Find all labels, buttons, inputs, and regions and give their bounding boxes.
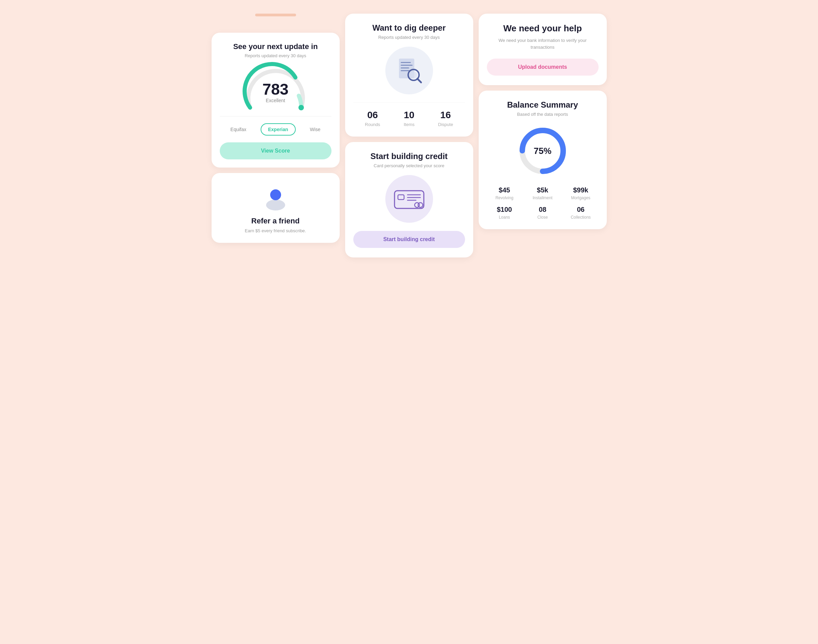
donut-percent: 75% <box>534 146 551 156</box>
bureau-tab-wise[interactable]: Wise <box>302 123 328 135</box>
balance-mortgages-label: Mortgages <box>563 195 599 200</box>
score-card: See your next update in Reports updated … <box>212 33 340 167</box>
svg-rect-4 <box>401 62 411 63</box>
balance-close-amount: 08 <box>525 206 560 213</box>
balance-close: 08 Close <box>525 206 560 220</box>
build-credit-card: Start building credit Card personally se… <box>345 142 473 258</box>
help-card: We need your help We need your bank info… <box>479 14 607 85</box>
stat-rounds-number: 06 <box>365 110 380 121</box>
balance-revolving: $45 Revolving <box>487 186 522 200</box>
refer-card: Refer a friend Earn $5 every friend subs… <box>212 173 340 243</box>
column-1: See your next update in Reports updated … <box>212 14 340 258</box>
credit-card-circle <box>385 175 433 223</box>
stat-rounds: 06 Rounds <box>365 110 380 127</box>
score-card-title: See your next update in <box>220 42 331 51</box>
balance-collections-amount: 06 <box>563 206 599 213</box>
refer-title: Refer a friend <box>220 216 331 225</box>
bureau-tab-equifax[interactable]: Equifax <box>223 123 254 135</box>
dig-deeper-card: Want to dig deeper Reports updated every… <box>345 14 473 136</box>
balance-close-label: Close <box>525 215 560 220</box>
balance-loans-amount: $100 <box>487 206 522 213</box>
balance-installment-label: Installment <box>525 195 560 200</box>
avatar-icon <box>262 184 289 211</box>
balance-revolving-label: Revolving <box>487 195 522 200</box>
build-credit-title: Start building credit <box>353 152 465 161</box>
app-container: See your next update in Reports updated … <box>205 7 614 264</box>
view-score-button[interactable]: View Score <box>220 143 331 159</box>
donut-container: 75% <box>516 124 570 178</box>
top-bar-decoration <box>255 14 296 16</box>
svg-rect-6 <box>401 67 409 69</box>
stat-dispute-number: 16 <box>438 110 453 121</box>
svg-point-1 <box>266 199 285 210</box>
svg-point-2 <box>270 189 281 200</box>
svg-point-0 <box>298 105 304 110</box>
dig-deeper-subtitle: Reports updated every 30 days <box>353 35 465 40</box>
stats-row: 06 Rounds 10 Items 16 Dispute <box>353 103 465 127</box>
balance-installment-amount: $5k <box>525 186 560 194</box>
spacer <box>212 14 340 27</box>
build-credit-subtitle: Card personally selected your score <box>353 163 465 168</box>
report-icon-circle <box>385 47 433 94</box>
svg-line-10 <box>417 79 421 83</box>
stat-dispute: 16 Dispute <box>438 110 453 127</box>
help-title: We need your help <box>487 23 599 34</box>
balance-installment: $5k Installment <box>525 186 560 200</box>
svg-point-17 <box>418 202 423 207</box>
gauge-container: 783 Excellent <box>241 65 310 109</box>
balance-revolving-amount: $45 <box>487 186 522 194</box>
svg-rect-5 <box>401 65 413 66</box>
stat-items: 10 Items <box>404 110 414 127</box>
score-label: Excellent <box>262 98 289 103</box>
dig-deeper-title: Want to dig deeper <box>353 23 465 33</box>
stat-items-number: 10 <box>404 110 414 121</box>
balance-loans: $100 Loans <box>487 206 522 220</box>
report-icon <box>394 55 425 86</box>
column-3: We need your help We need your bank info… <box>479 14 607 258</box>
balance-title: Balance Summary <box>487 100 599 110</box>
balance-mortgages: $99k Mortgages <box>563 186 599 200</box>
svg-point-9 <box>410 72 417 78</box>
credit-card-icon <box>394 188 425 210</box>
column-2: Want to dig deeper Reports updated every… <box>345 14 473 258</box>
stat-items-label: Items <box>404 122 414 127</box>
avatar-container <box>262 184 289 211</box>
balance-collections: 06 Collections <box>563 206 599 220</box>
bureau-tab-experian[interactable]: Experian <box>261 123 296 135</box>
balance-mortgages-amount: $99k <box>563 186 599 194</box>
refer-subtitle: Earn $5 every friend subscribe. <box>220 228 331 233</box>
balance-grid: $45 Revolving $5k Installment $99k Mortg… <box>487 186 599 220</box>
help-subtitle: We need your bank information to verify … <box>487 37 599 51</box>
stat-rounds-label: Rounds <box>365 122 380 127</box>
balance-loans-label: Loans <box>487 215 522 220</box>
svg-rect-12 <box>398 195 404 199</box>
upload-documents-button[interactable]: Upload documents <box>487 58 599 76</box>
balance-collections-label: Collections <box>563 215 599 220</box>
score-number: 783 Excellent <box>262 81 289 103</box>
balance-card: Balance Summary Based off the data repor… <box>479 90 607 229</box>
stat-dispute-label: Dispute <box>438 122 453 127</box>
start-credit-button[interactable]: Start building credit <box>353 231 465 248</box>
score-value: 783 <box>262 81 289 97</box>
balance-subtitle: Based off the data reports <box>487 112 599 117</box>
